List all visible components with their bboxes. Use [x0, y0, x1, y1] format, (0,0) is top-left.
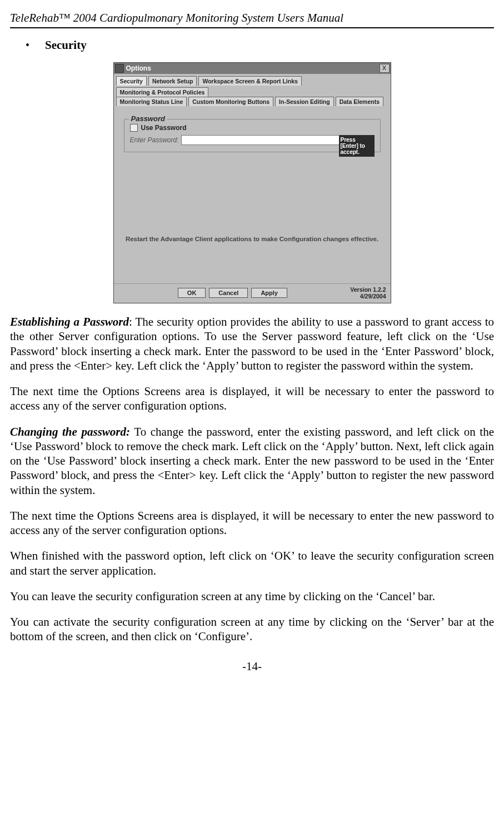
apply-button[interactable]: Apply	[251, 288, 287, 298]
para-establishing: Establishing a Password: The security op…	[10, 315, 494, 373]
page-number: -14-	[10, 660, 494, 674]
para-2: The next time the Options Screens area i…	[10, 384, 494, 413]
use-password-checkbox[interactable]	[130, 124, 138, 132]
dialog-titlebar: Options X	[114, 63, 391, 74]
cancel-button[interactable]: Cancel	[209, 288, 248, 298]
para-4: The next time the Options Screens area i…	[10, 508, 494, 538]
tab-security[interactable]: Security	[116, 76, 147, 86]
tab-status-line[interactable]: Monitoring Status Line	[116, 97, 187, 106]
tab-custom-buttons[interactable]: Custom Monitoring Buttons	[188, 97, 273, 106]
tab-panel: Password Use Password Enter Password: Pr…	[114, 108, 391, 283]
tab-in-session-editing[interactable]: In-Session Editing	[275, 97, 334, 106]
page-header: TeleRehab™ 2004 Cardiopulmonary Monitori…	[10, 11, 494, 28]
version-date: 4/29/2004	[360, 293, 386, 300]
enter-password-label: Enter Password:	[130, 136, 179, 144]
para-7: You can activate the security configurat…	[10, 615, 494, 644]
tab-row-1: Security Network Setup Workspace Screen …	[114, 74, 391, 97]
section-heading: Security	[45, 38, 87, 52]
para-changing: Changing the password: To change the pas…	[10, 425, 494, 497]
para-5: When finished with the password option, …	[10, 548, 494, 578]
enter-tooltip: Press [Enter] to accept.	[339, 135, 375, 157]
ok-button[interactable]: OK	[178, 288, 206, 298]
version-text: Version 1.2.2	[350, 286, 386, 293]
options-dialog: Options X Security Network Setup Workspa…	[113, 62, 391, 303]
section-bullet: • Security	[26, 38, 494, 52]
tab-network-setup[interactable]: Network Setup	[148, 76, 197, 86]
doc-title: TeleRehab™ 2004 Cardiopulmonary Monitori…	[10, 11, 343, 24]
para-6: You can leave the security configuration…	[10, 589, 494, 603]
restart-note: Restart the Advantage Client application…	[124, 236, 381, 242]
use-password-label: Use Password	[141, 124, 187, 132]
close-icon[interactable]: X	[380, 64, 390, 73]
tab-data-elements[interactable]: Data Elements	[336, 97, 383, 106]
tab-workspace-links[interactable]: Workspace Screen & Report Links	[198, 76, 301, 86]
para-lead-1: Establishing a Password	[10, 315, 129, 328]
dialog-title: Options	[126, 64, 380, 72]
tab-monitoring-policies[interactable]: Monitoring & Protocol Policies	[116, 87, 209, 97]
bullet-icon: •	[26, 39, 29, 52]
dialog-button-bar: OK Cancel Apply Version 1.2.2 4/29/2004	[114, 283, 391, 303]
tab-row-2: Monitoring Status Line Custom Monitoring…	[114, 97, 391, 108]
group-legend: Password	[129, 114, 167, 123]
para-lead-3: Changing the password:	[10, 425, 130, 438]
version-block: Version 1.2.2 4/29/2004	[350, 286, 386, 300]
app-icon	[115, 64, 124, 73]
password-group: Password Use Password Enter Password: Pr…	[124, 119, 381, 152]
